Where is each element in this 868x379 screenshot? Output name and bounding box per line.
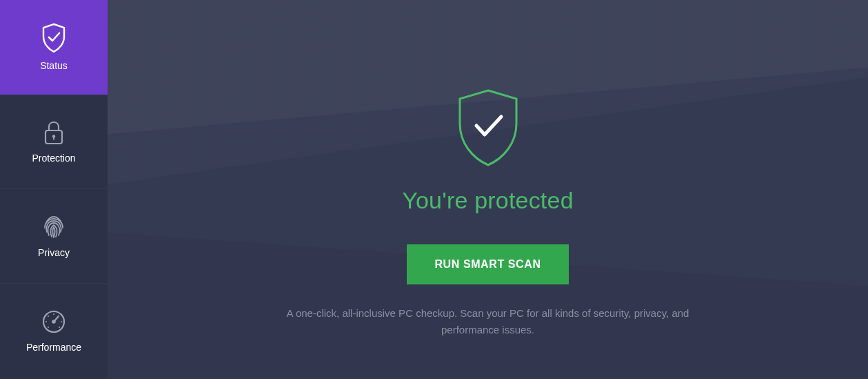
gauge-icon <box>41 309 67 335</box>
svg-point-9 <box>61 321 62 322</box>
status-description: A one-click, all-inclusive PC checkup. S… <box>274 305 702 338</box>
run-smart-scan-button[interactable]: RUN SMART SCAN <box>407 244 568 284</box>
sidebar-item-privacy[interactable]: Privacy <box>0 189 108 284</box>
sidebar-item-label: Performance <box>26 342 81 353</box>
sidebar: Status Protection Privacy <box>0 0 108 379</box>
lock-icon <box>42 119 65 146</box>
shield-check-icon <box>41 23 67 53</box>
sidebar-item-label: Protection <box>32 153 75 164</box>
sidebar-item-label: Status <box>40 60 68 71</box>
status-shield-icon <box>450 86 526 172</box>
svg-rect-2 <box>53 137 54 140</box>
sidebar-item-protection[interactable]: Protection <box>0 95 108 189</box>
svg-point-8 <box>46 321 47 322</box>
svg-line-5 <box>54 316 59 322</box>
sidebar-item-label: Privacy <box>38 247 70 258</box>
svg-point-6 <box>53 313 54 315</box>
svg-point-11 <box>59 327 60 328</box>
sidebar-item-status[interactable]: Status <box>0 0 108 95</box>
sidebar-item-performance[interactable]: Performance <box>0 284 108 378</box>
svg-point-10 <box>48 327 49 328</box>
svg-point-7 <box>48 315 49 317</box>
main-content: You're protected RUN SMART SCAN A one-cl… <box>108 0 868 379</box>
status-title: You're protected <box>402 187 574 214</box>
fingerprint-icon <box>41 214 67 240</box>
